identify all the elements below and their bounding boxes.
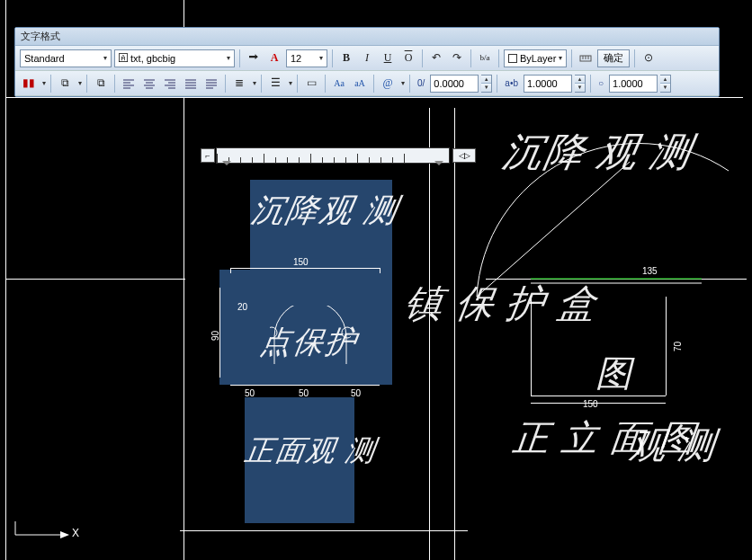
text-format-toolbar: 文字格式 Standard ▾ 🄰 txt, gbcbig ▾ ⮕ A 12 ▾… (14, 27, 720, 97)
insert-field-button[interactable]: ▭ (302, 75, 320, 93)
ruler-width-arrows[interactable]: ◁▷ (452, 148, 476, 163)
dim-90: 90 (210, 331, 220, 341)
underline-button[interactable]: U (379, 49, 397, 67)
font-combo[interactable]: 🄰 txt, gbcbig ▾ (114, 49, 235, 67)
overline-button[interactable]: O (399, 49, 417, 67)
dim-20: 20 (237, 302, 247, 312)
dim-135: 135 (642, 266, 658, 276)
align-distribute-button[interactable] (202, 75, 220, 93)
tracking-spinner[interactable]: ▲▼ (575, 75, 586, 93)
style-combo[interactable]: Standard ▾ (20, 49, 112, 67)
stack-fraction-button[interactable]: b/a (476, 49, 494, 67)
color-bylayer-combo[interactable]: ByLayer ▾ (504, 49, 567, 67)
ucs-x-label: X (72, 527, 79, 539)
options-button[interactable]: ⊙ (640, 49, 658, 67)
columns-button[interactable]: ▮▮ (20, 75, 38, 93)
dim-150: 150 (293, 257, 309, 267)
width-factor-input[interactable]: 1.0000 (609, 75, 658, 93)
indent-left-marker[interactable] (222, 161, 231, 170)
align-right-button[interactable] (161, 75, 179, 93)
lowercase-button[interactable]: aA (351, 75, 369, 93)
align-center-button[interactable] (140, 75, 158, 93)
italic-button[interactable]: I (358, 49, 376, 67)
size-value: 12 (291, 53, 301, 64)
line-spacing-button[interactable]: ≣ (230, 75, 248, 93)
drawing-text: 镇 保 护 盒 (401, 279, 600, 329)
drawing-text: 正面观 测 (242, 431, 379, 471)
indent-right-marker[interactable] (434, 161, 443, 170)
style-value: Standard (24, 53, 65, 64)
tracking-label: a•b (502, 78, 521, 88)
width-factor-spinner[interactable]: ▲▼ (660, 75, 671, 93)
mtext-ruler[interactable]: ⌐ ◁▷ (216, 147, 450, 164)
ok-button[interactable]: 确定 (597, 49, 630, 67)
dim-70: 70 (673, 342, 683, 351)
toolbar-title: 文字格式 (15, 28, 719, 46)
ruler-tab-icon[interactable]: ⌐ (201, 148, 215, 163)
drawing-text: 图 (595, 349, 633, 398)
paragraph-button[interactable]: ⧉ (92, 75, 110, 93)
redo-button[interactable]: ↷ (448, 49, 466, 67)
tracking-input[interactable]: 1.0000 (524, 75, 572, 93)
ucs-icon: X (11, 521, 74, 551)
annotative-toggle[interactable]: ⮕ (245, 49, 263, 67)
align-justify-button[interactable] (182, 75, 200, 93)
dim-50b: 50 (299, 388, 309, 398)
toolbar-row-2: ▮▮▾ ⧉▾ ⧉ ≣▾ ☰▾ ▭ Aa aA @▾ 0/ 0.0000 ▲▼ a… (15, 71, 719, 96)
oblique-input[interactable]: 0.0000 (430, 75, 479, 93)
oblique-label: 0/ (415, 78, 427, 88)
text-color-button[interactable]: A (265, 49, 283, 67)
drawing-text: 沉降观 测 (248, 189, 403, 233)
bold-button[interactable]: B (337, 49, 355, 67)
bylayer-value: ByLayer (520, 53, 556, 64)
size-combo[interactable]: 12 ▾ (286, 49, 327, 67)
drawing-text: 点保护 (258, 322, 361, 363)
undo-button[interactable]: ↶ (427, 49, 445, 67)
toolbar-row-1: Standard ▾ 🄰 txt, gbcbig ▾ ⮕ A 12 ▾ B I … (15, 46, 719, 71)
symbol-button[interactable]: @ (379, 75, 397, 93)
uppercase-button[interactable]: Aa (330, 75, 348, 93)
font-value: txt, gbcbig (130, 53, 175, 64)
drawing-text: 沉降 观 测 (499, 126, 697, 179)
svg-line-0 (477, 162, 630, 297)
mtext-justify-button[interactable]: ⧉ (56, 75, 74, 93)
dim-150b: 150 (583, 399, 598, 409)
align-left-button[interactable] (120, 75, 138, 93)
ruler-toggle[interactable] (577, 49, 595, 67)
oblique-spinner[interactable]: ▲▼ (481, 75, 492, 93)
dim-50c: 50 (351, 388, 361, 398)
drawing-text: 观 测 (627, 421, 719, 470)
width-factor-label: ○ (595, 78, 606, 88)
numbering-button[interactable]: ☰ (266, 75, 284, 93)
dim-50a: 50 (245, 388, 255, 398)
svg-marker-30 (60, 531, 69, 538)
